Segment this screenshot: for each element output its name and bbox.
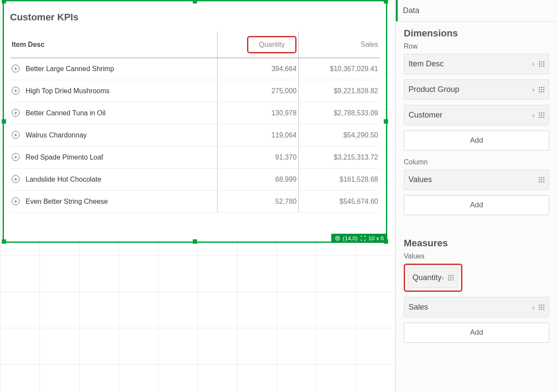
- pivot-table-object[interactable]: Customer KPIs Item Desc Quantity Sales +…: [3, 0, 387, 243]
- qty-cell: 394,664: [217, 58, 298, 80]
- chevron-right-icon: ›: [532, 60, 534, 68]
- col-header-quantity[interactable]: Quantity: [217, 32, 298, 58]
- qty-cell: 68,999: [217, 169, 298, 191]
- expand-icon[interactable]: +: [12, 87, 20, 95]
- qty-cell: 91,370: [217, 147, 298, 169]
- table-row[interactable]: +High Top Dried Mushrooms275,000$9,221,8…: [10, 80, 380, 102]
- expand-icon[interactable]: +: [12, 175, 20, 183]
- item-desc-cell: Better Canned Tuna in Oil: [26, 109, 105, 117]
- tab-data[interactable]: Data: [396, 0, 557, 22]
- table-row[interactable]: +Red Spade Pimento Loaf91,370$3,215,313.…: [10, 147, 380, 169]
- chart-title[interactable]: Customer KPIs: [10, 12, 380, 23]
- values-label: Values: [404, 252, 549, 260]
- field-quantity[interactable]: Quantity›: [408, 268, 458, 288]
- dimensions-heading: Dimensions: [404, 28, 549, 39]
- table-row[interactable]: +Walrus Chardonnay119,064$54,290.50: [10, 124, 380, 147]
- qty-cell: 130,978: [217, 102, 298, 124]
- field-label: Sales: [409, 303, 428, 312]
- sales-cell: $10,367,029.41: [299, 58, 380, 80]
- sales-cell: $161,528.68: [299, 169, 380, 191]
- selection-pos: (14,0): [343, 235, 358, 242]
- drag-handle-icon[interactable]: [539, 304, 544, 310]
- qty-cell: 52,780: [217, 191, 298, 213]
- canvas[interactable]: Customer KPIs Item Desc Quantity Sales +…: [0, 0, 396, 392]
- chevron-right-icon: ›: [442, 274, 444, 282]
- chevron-right-icon: ›: [532, 304, 534, 311]
- drag-handle-icon[interactable]: [539, 87, 544, 92]
- resize-handle[interactable]: [384, 119, 388, 124]
- field-item-desc[interactable]: Item Desc›: [404, 54, 549, 74]
- expand-icon[interactable]: +: [12, 131, 20, 139]
- target-icon: [335, 235, 340, 241]
- svg-point-1: [336, 237, 338, 239]
- field-values[interactable]: Values: [404, 170, 549, 190]
- expand-icon[interactable]: +: [12, 65, 20, 72]
- resize-handle[interactable]: [384, 0, 388, 3]
- add-row-dimension-button[interactable]: Add: [404, 131, 549, 150]
- field-label: Quantity: [412, 273, 442, 282]
- sales-cell: $3,215,313.72: [299, 147, 380, 169]
- column-label: Column: [404, 158, 549, 166]
- pivot-table: Item Desc Quantity Sales +Better Large C…: [10, 32, 380, 213]
- expand-icon[interactable]: +: [12, 197, 20, 205]
- resize-handle[interactable]: [2, 119, 6, 124]
- col-header-sales[interactable]: Sales: [299, 32, 380, 58]
- drag-handle-icon[interactable]: [448, 275, 454, 281]
- resize-handle[interactable]: [193, 239, 197, 244]
- table-row[interactable]: +Better Large Canned Shrimp394,664$10,36…: [10, 58, 380, 80]
- field-product-group[interactable]: Product Group›: [404, 79, 549, 100]
- highlight-quantity-measure: Quantity›: [404, 264, 549, 292]
- row-label: Row: [404, 42, 549, 50]
- sales-cell: $54,290.50: [299, 124, 380, 147]
- measures-heading: Measures: [404, 238, 549, 249]
- resize-handle[interactable]: [2, 239, 6, 244]
- sales-cell: $545,674.60: [299, 191, 380, 213]
- selection-info-badge: (14,0) 10 x 6: [331, 234, 387, 243]
- field-label: Product Group: [409, 85, 459, 94]
- selection-size: 10 x 6: [369, 235, 384, 242]
- drag-handle-icon[interactable]: [539, 61, 544, 67]
- properties-panel: Data Dimensions Row Item Desc›Product Gr…: [396, 0, 557, 392]
- drag-handle-icon[interactable]: [539, 112, 544, 118]
- field-customer[interactable]: Customer›: [404, 105, 549, 125]
- item-desc-cell: Landslide Hot Chocolate: [26, 176, 101, 183]
- add-column-dimension-button[interactable]: Add: [404, 195, 549, 215]
- svg-point-0: [335, 236, 339, 241]
- item-desc-cell: Walrus Chardonnay: [26, 131, 87, 139]
- sales-cell: $9,221,828.82: [299, 80, 380, 102]
- chevron-right-icon: ›: [532, 111, 534, 119]
- expand-icon[interactable]: +: [12, 153, 20, 161]
- highlight-quantity-header: Quantity: [247, 36, 297, 53]
- table-row[interactable]: +Better Canned Tuna in Oil130,978$2,788,…: [10, 102, 380, 124]
- item-desc-cell: High Top Dried Mushrooms: [26, 87, 110, 95]
- item-desc-cell: Even Better String Cheese: [26, 198, 108, 205]
- field-label: Item Desc: [409, 59, 444, 69]
- item-desc-cell: Red Spade Pimento Loaf: [26, 154, 103, 161]
- field-label: Customer: [409, 111, 442, 120]
- col-header-item-desc[interactable]: Item Desc: [10, 32, 217, 58]
- drag-handle-icon[interactable]: [539, 177, 544, 183]
- qty-cell: 275,000: [217, 80, 298, 102]
- qty-cell: 119,064: [217, 124, 298, 147]
- field-sales[interactable]: Sales›: [404, 297, 549, 317]
- size-icon: [360, 235, 366, 241]
- table-row[interactable]: +Landslide Hot Chocolate68,999$161,528.6…: [10, 169, 380, 191]
- add-measure-button[interactable]: Add: [404, 323, 549, 343]
- item-desc-cell: Better Large Canned Shrimp: [26, 65, 114, 72]
- field-label: Values: [409, 175, 432, 184]
- expand-icon[interactable]: +: [12, 109, 20, 117]
- resize-handle[interactable]: [2, 0, 6, 3]
- sales-cell: $2,788,533.09: [299, 102, 380, 124]
- resize-handle[interactable]: [193, 0, 197, 3]
- table-row[interactable]: +Even Better String Cheese52,780$545,674…: [10, 191, 380, 213]
- chevron-right-icon: ›: [532, 86, 534, 94]
